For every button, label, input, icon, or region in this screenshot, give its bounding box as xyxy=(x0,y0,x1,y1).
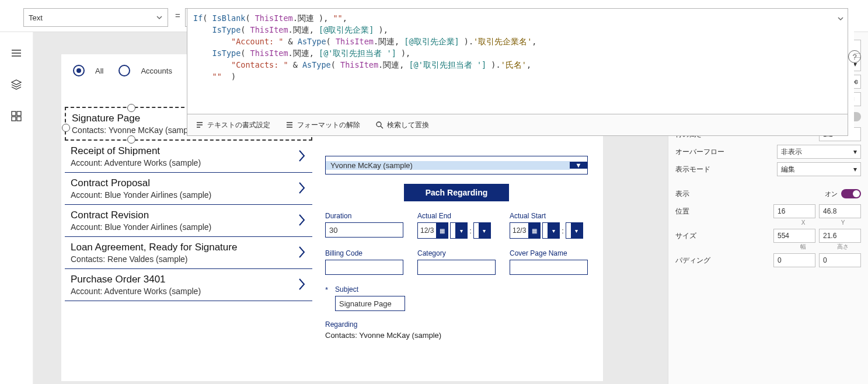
billing-code-input[interactable] xyxy=(325,260,403,275)
actual-end-label: Actual End xyxy=(417,212,496,220)
gallery-item[interactable]: Receipt of ShipmentAccount: Adventure Wo… xyxy=(65,141,312,173)
padding-label: パディング xyxy=(675,256,773,266)
layers-icon[interactable] xyxy=(11,79,22,90)
svg-rect-1 xyxy=(12,111,16,116)
formula-text: If( IsBlank( ThisItem.関連 ), "", IsType( … xyxy=(193,12,842,82)
display-mode-label: 表示モード xyxy=(675,165,777,174)
svg-rect-2 xyxy=(17,111,21,116)
patch-regarding-button[interactable]: Pach Regarding xyxy=(404,184,509,201)
x-input[interactable]: 16 xyxy=(773,204,815,218)
padding-bottom-input[interactable]: 0 xyxy=(819,253,861,267)
height-input[interactable]: 21.6 xyxy=(819,229,861,243)
required-indicator: * xyxy=(325,285,328,311)
category-input[interactable] xyxy=(417,260,496,275)
gallery-item[interactable]: Contract ProposalAccount: Blue Yonder Ai… xyxy=(65,173,312,205)
visible-label: 表示 xyxy=(675,189,825,199)
subject-label: Subject xyxy=(335,285,405,294)
subject-input[interactable]: Signature Page xyxy=(335,296,405,311)
padding-top-input[interactable]: 0 xyxy=(773,253,815,267)
property-selector-value: Text xyxy=(29,13,156,22)
calendar-icon[interactable]: ▦ xyxy=(436,223,448,238)
item-title: Signature Page xyxy=(72,113,197,124)
detail-form: Yvonne McKay (sample) ▼ Pach Regarding D… xyxy=(325,156,588,340)
actual-start-label: Actual Start xyxy=(510,212,588,220)
position-label: 位置 xyxy=(675,207,773,217)
overflow-select[interactable]: 非表示▾ xyxy=(777,145,861,159)
find-replace-button[interactable]: 検索して置換 xyxy=(375,120,429,130)
width-input[interactable]: 554 xyxy=(773,229,815,243)
hamburger-icon[interactable] xyxy=(11,47,22,59)
left-rail xyxy=(0,32,33,384)
chevron-right-icon[interactable] xyxy=(296,245,312,261)
gallery-item[interactable]: Contract RevisionAccount: Blue Yonder Ai… xyxy=(65,205,312,237)
actual-start-input[interactable]: 12/3▦ ▾: ▾ xyxy=(510,222,588,239)
radio-all[interactable] xyxy=(73,65,85,76)
regarding-value: Contacts: Yvonne McKay (sample) xyxy=(325,331,588,340)
unformat-icon xyxy=(285,121,294,129)
property-selector[interactable]: Text xyxy=(23,8,168,27)
chevron-right-icon[interactable] xyxy=(296,277,312,294)
components-icon[interactable] xyxy=(11,110,22,122)
display-mode-select[interactable]: 編集▾ xyxy=(777,162,861,176)
formula-bar-toolbar: テキストの書式設定 フォーマットの解除 検索して置換 xyxy=(187,114,848,136)
remove-format-button[interactable]: フォーマットの解除 xyxy=(285,120,360,130)
radio-accounts[interactable] xyxy=(118,65,130,76)
gallery-item[interactable]: Loan Agreement, Ready for SignatureConta… xyxy=(65,237,312,269)
calendar-icon[interactable]: ▦ xyxy=(528,223,540,238)
cover-page-input[interactable] xyxy=(510,260,588,275)
svg-rect-3 xyxy=(12,117,16,121)
regarding-combo[interactable]: Yvonne McKay (sample) ▼ xyxy=(325,156,588,174)
regarding-label: Regarding xyxy=(325,320,588,329)
equals-sign: = xyxy=(175,11,180,20)
actual-end-input[interactable]: 12/3▦ ▾: ▾ xyxy=(417,222,496,239)
chevron-down-icon[interactable]: ▼ xyxy=(570,162,587,169)
cover-page-label: Cover Page Name xyxy=(510,249,588,257)
search-icon xyxy=(375,121,384,129)
chevron-down-icon xyxy=(156,14,163,21)
chevron-right-icon[interactable] xyxy=(296,212,312,229)
format-icon xyxy=(196,121,204,129)
billing-code-label: Billing Code xyxy=(325,249,403,257)
help-icon[interactable]: ? xyxy=(848,50,861,63)
svg-rect-4 xyxy=(17,117,21,121)
item-subtitle: Contacts: Yvonne McKay (sample) xyxy=(72,125,197,135)
collapse-icon[interactable] xyxy=(837,13,844,25)
chevron-right-icon[interactable] xyxy=(296,180,312,197)
format-text-button[interactable]: テキストの書式設定 xyxy=(196,120,270,130)
visible-toggle[interactable] xyxy=(841,189,861,198)
category-label: Category xyxy=(417,249,496,257)
size-label: サイズ xyxy=(675,231,773,241)
formula-bar-expanded: If( IsBlank( ThisItem.関連 ), "", IsType( … xyxy=(187,0,854,136)
chevron-right-icon[interactable] xyxy=(296,148,312,165)
svg-point-0 xyxy=(377,122,381,127)
duration-label: Duration xyxy=(325,212,403,220)
overflow-label: オーバーフロー xyxy=(675,147,777,157)
gallery-item[interactable]: Purchase Order 3401Account: Adventure Wo… xyxy=(65,269,312,301)
duration-input[interactable]: 30 xyxy=(325,222,403,238)
y-input[interactable]: 46.8 xyxy=(819,204,861,218)
formula-bar[interactable]: If( IsBlank( ThisItem.関連 ), "", IsType( … xyxy=(187,8,848,114)
